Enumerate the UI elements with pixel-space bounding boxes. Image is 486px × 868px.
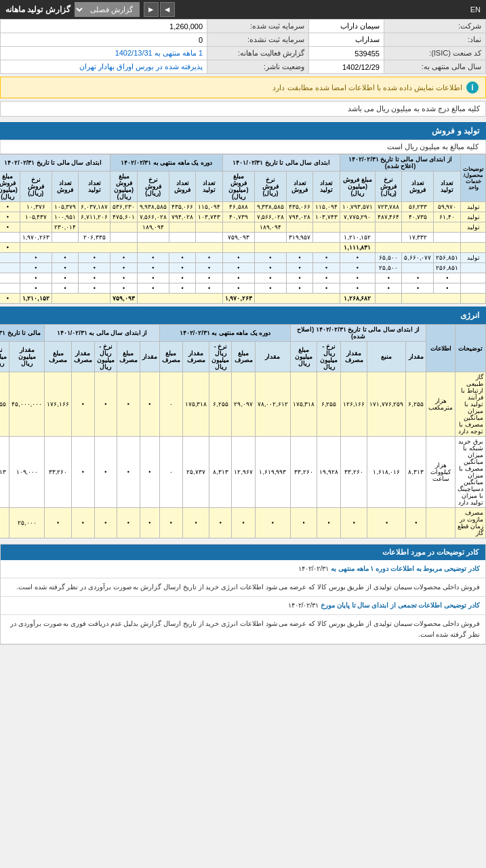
- e2-c12: •: [110, 283, 138, 294]
- r1-c12: ۵۳۶,۲۳۰: [110, 202, 138, 212]
- monthly-report-link[interactable]: 1 ماهه منتهی به 1402/13/31: [115, 49, 203, 57]
- mazut-c3: •: [340, 508, 367, 538]
- e1-c2: •: [402, 273, 434, 283]
- e-qty-1: مقدار: [406, 342, 426, 372]
- elec-c15: ۳۳,۲۶۰: [45, 437, 72, 508]
- energy-section-header: انرژی: [0, 307, 486, 324]
- gas-c13: •: [94, 372, 117, 437]
- e1-c8: •: [222, 273, 254, 283]
- en-label: EN: [470, 5, 481, 14]
- elec-c10: ۰: [159, 437, 182, 508]
- r4-c3: [375, 233, 402, 243]
- col-product-header: توضیحات محصول/خدماتواحد: [461, 155, 486, 202]
- publisher-status-link[interactable]: پذیرفته شده در بورس اوراق بهادار تهران: [79, 62, 203, 71]
- nav-prev-button[interactable]: ◄: [160, 2, 175, 17]
- sh-sale-amt-4: مبلغ فروش (میلیون ریال): [0, 172, 20, 202]
- e1-c10: •: [169, 273, 196, 283]
- r1-c3: ۷۲۳,۷۸۸: [375, 202, 402, 212]
- r4-c2: ۱۷,۳۳۲: [402, 233, 434, 243]
- col-from-prev-header: ابتدای سال مالی تا تاریخ ۱۴۰۱/۰۲/۳۱: [222, 155, 340, 172]
- r6-c12: •: [110, 263, 138, 273]
- r4-status: [0, 233, 20, 243]
- sales-row-4: ۱۷,۳۳۲ ۱,۲۱۰,۱۵۲ ۳۱۹,۹۵۷ ۷۵۹,۰۹۳ ۲۰۶,۳۳۵…: [0, 233, 486, 243]
- footnotes-section: کادر توضیحات در مورد اطلاعات کادر توضیحی…: [0, 544, 486, 645]
- r1-c9: ۱۱۵,۰۹۴: [196, 202, 223, 212]
- sh-sale-rate-3: نرخ فروش (ریال): [137, 172, 169, 202]
- r6-c8: •: [222, 263, 254, 273]
- gas-c16: ۴۵,۰۰۰,۰۰۰: [9, 372, 45, 437]
- r1-c2: ۵۶,۲۳۳: [402, 202, 434, 212]
- e1-c7: •: [254, 273, 286, 283]
- e1-c14: •: [52, 273, 79, 283]
- r5-c7: •: [254, 253, 286, 263]
- e-total-1: مبلغ میلیون ریال: [290, 342, 317, 372]
- e1-status: [0, 273, 20, 283]
- footnotes-header: کادر توضیحات در مورد اطلاعات: [1, 545, 485, 560]
- r3-c4: [340, 222, 375, 233]
- gas-c4: ۶,۲۵۵: [317, 372, 341, 437]
- ft-c12: ۷۵۹,۰۹۳: [110, 294, 138, 304]
- r2-c7: ۷,۵۶۶,۰۲۸: [254, 212, 286, 222]
- e2-c5: •: [313, 283, 340, 294]
- gt-c8: [222, 243, 254, 253]
- e2-c11: •: [137, 283, 169, 294]
- sales-final-total: ۱,۲۶۸,۶۸۲ ۱,۹۷۰,۲۶۳ ۷۵۹,۰۹۳ ۱,۲۱۰,۱۵۲ •: [0, 294, 486, 304]
- gt-c5: [254, 243, 340, 253]
- elec-desc: برق خرید شبکه با میزان میانگین مصرف با م…: [455, 437, 486, 508]
- r5-status: [0, 253, 20, 263]
- r4-c14: [52, 233, 79, 243]
- energy-table: توضیحات اطلاعات از ابتدای سال مالی تا تا…: [0, 324, 486, 538]
- e1-c13: •: [79, 273, 110, 283]
- r4-c7: [254, 233, 286, 243]
- capital-reg-label: سرمایه ثبت شده:: [207, 20, 309, 33]
- e1-c6: •: [286, 273, 313, 283]
- e-price-1: مقدار مصرف: [340, 342, 367, 372]
- energy-info-header: اطلاعات: [426, 325, 455, 372]
- r2-status: •: [0, 212, 20, 222]
- capital-unreg-value: 0: [1, 33, 207, 47]
- elec-c9: ۲۵,۷۳۷: [182, 437, 209, 508]
- product-name-6: [461, 263, 486, 273]
- footnote-4: فروش داخلی محصولات سیمان تولیدی از طریق …: [1, 615, 485, 644]
- r6-c7: •: [254, 263, 286, 273]
- e1-c0: [461, 273, 486, 283]
- mazut-c14: •: [71, 508, 94, 538]
- report-type-dropdown[interactable]: گزارش فصلی: [75, 2, 140, 17]
- top-bar: EN ◄ ► گزارش فصلی گزارش تولید ماهانه: [0, 0, 486, 19]
- r4-c9: [196, 233, 223, 243]
- r6-c11: •: [137, 263, 169, 273]
- r2-c2: ۴۰,۷۳۵: [402, 212, 434, 222]
- col-from-start-header: از ابتدای سال مالی تا تاریخ ۱۴۰۲/۰۲/۳۱ (…: [340, 155, 460, 172]
- r4-c13: ۲۰۶,۳۳۵: [79, 233, 110, 243]
- gas-c17: ۶,۲۵۵: [0, 372, 9, 437]
- r6-c6: •: [286, 263, 313, 273]
- e-unit-2: مبلغ مصرف: [232, 342, 256, 372]
- ft-c5: [254, 294, 340, 304]
- nav-next-button[interactable]: ►: [144, 2, 159, 17]
- r6-c14: •: [52, 263, 79, 273]
- grand-total-label: [461, 243, 486, 253]
- r6-c3: ۲۵,۵۰۰: [375, 263, 402, 273]
- elec-c5: ۳۳,۲۶۰: [290, 437, 317, 508]
- sh-sale-amt-3: مبلغ فروش (میلیون ریال): [110, 172, 138, 202]
- ft-c4: ۱,۲۶۸,۶۸۲: [340, 294, 375, 304]
- sh-sale-amt-2: مبلغ فروش (میلیون ریال): [222, 172, 254, 202]
- r3-c11: ۱۸۹,۰۹۴: [137, 222, 169, 233]
- sh-sale-count-4: تعداد فروش: [52, 172, 79, 202]
- e2-c15: •: [20, 283, 52, 294]
- company-info-table: شرکت: سیمان داراب سرمایه ثبت شده: 1,260,…: [0, 19, 486, 74]
- nav-arrows: ◄ ►: [144, 2, 175, 17]
- ft-status: •: [0, 294, 20, 304]
- elec-unit: هزار کیلووات ساعت: [426, 437, 455, 508]
- e1-c1: •: [434, 273, 461, 283]
- r4-c8: ۷۵۹,۰۹۳: [222, 233, 254, 243]
- r1-c11: ۹,۹۳۸,۵۸۵: [137, 202, 169, 212]
- footnote-1: کادر توضیحی مربوط به اطلاعات دوره ۱ ماهه…: [1, 560, 485, 578]
- e2-c1: •: [434, 283, 461, 294]
- elec-c11: •: [140, 437, 159, 508]
- r6-c1: ۲۵۶,۸۵۱: [434, 263, 461, 273]
- alert-text: اطلاعات نمایش داده شده با اطلاعات امضا ش…: [272, 83, 462, 92]
- sh-prod-count-2: تعداد تولید: [313, 172, 340, 202]
- gas-c12: •: [117, 372, 140, 437]
- isic-value: 539455: [309, 47, 384, 60]
